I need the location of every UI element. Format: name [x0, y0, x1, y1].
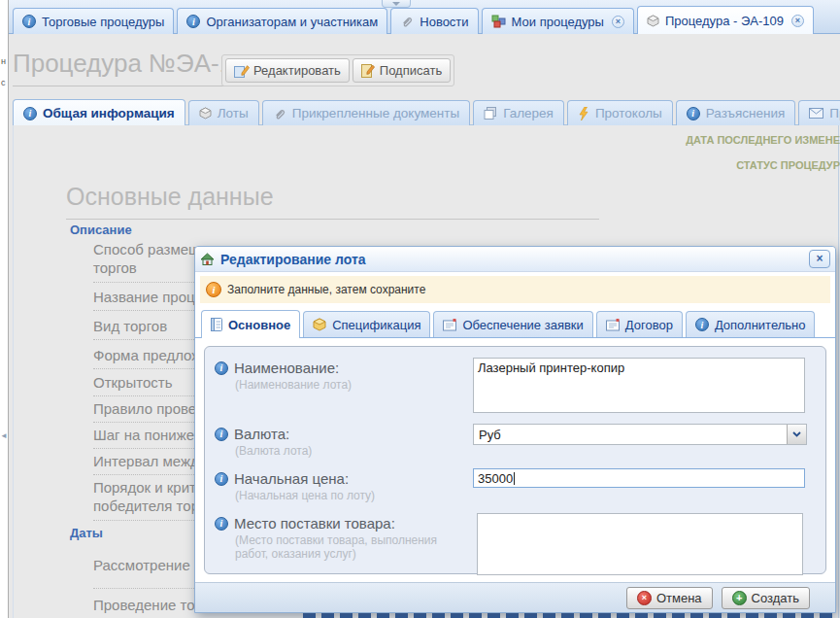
price-input[interactable]: 35000	[473, 468, 805, 488]
orange-info-icon: i	[206, 282, 221, 297]
gold-box-icon	[313, 318, 326, 331]
cube-icon	[647, 15, 659, 27]
form-row-price: i Начальная цена: (Начальная цена по лот…	[215, 468, 816, 502]
tab-additional[interactable]: i Дополнительно	[686, 311, 816, 337]
group-title-dates: Даты	[70, 526, 103, 540]
info-icon: i	[215, 517, 228, 531]
info-icon: i	[23, 107, 37, 120]
dialog-header[interactable]: Редактирование лота ×	[195, 247, 835, 272]
tab-label: Галерея	[503, 106, 554, 120]
status-label: СТАТУС ПРОЦЕДУР	[736, 159, 840, 171]
name-textarea[interactable]: Лазерный принтер-копир	[473, 358, 805, 413]
tab-invitations[interactable]: Пригла	[798, 100, 840, 125]
app-window: н с ◄ i Торговые процедуры i Организатор…	[0, 0, 840, 618]
chevron-down-icon	[392, 2, 400, 6]
form-icon	[443, 319, 456, 331]
obscured-text-strip	[303, 613, 835, 618]
tab-attached-documents[interactable]: Прикрепленные документы	[262, 100, 470, 125]
cancel-button[interactable]: × Отмена	[626, 587, 713, 609]
place-label: Место поставки товара:	[234, 515, 395, 532]
section-title: Основные данные	[66, 183, 599, 220]
info-icon: i	[215, 428, 228, 441]
collapsed-left-panel[interactable]: н с ◄	[0, 0, 9, 618]
tab-trade-procedures[interactable]: i Торговые процедуры	[13, 8, 174, 34]
form-row-currency: i Валюта: (Валюта лота) Руб	[215, 424, 816, 458]
document-icon	[211, 318, 222, 331]
sign-button[interactable]: Подписать	[353, 58, 451, 83]
place-textarea[interactable]	[477, 513, 803, 575]
sign-icon	[361, 64, 376, 78]
tab-main[interactable]: Основное	[201, 310, 300, 338]
paperclip-icon	[400, 15, 414, 28]
top-tabbar: i Торговые процедуры i Организаторам и у…	[9, 0, 840, 34]
paperclip-icon	[273, 107, 286, 120]
price-hint: (Начальная цена по лоту)	[235, 489, 473, 502]
info-icon: i	[215, 361, 228, 375]
place-hint: (Место поставки товара, выполнения работ…	[235, 533, 473, 561]
collapse-arrow-icon[interactable]: ◄	[0, 431, 8, 440]
currency-label: Валюта:	[234, 426, 289, 442]
lot-form: i Наименование: (Наименование лота) Лазе…	[204, 346, 826, 574]
tab-general-info[interactable]: i Общая информация	[13, 99, 185, 125]
close-dialog-button[interactable]: ×	[809, 250, 830, 268]
create-button[interactable]: + Создать	[722, 587, 810, 609]
dialog-body: i Наименование: (Наименование лота) Лазе…	[195, 338, 835, 582]
info-message: Заполните данные, затем сохраните	[227, 283, 425, 296]
select-dropdown-button[interactable]	[787, 425, 806, 444]
price-value: 35000	[478, 471, 513, 486]
tab-organizers[interactable]: i Организаторам и участникам	[177, 8, 387, 34]
tab-bid-security[interactable]: Обеспечение заявки	[433, 311, 592, 337]
info-banner: i Заполните данные, затем сохраните	[200, 276, 830, 303]
tab-label: Прикрепленные документы	[292, 106, 459, 120]
panel-collapse-handle[interactable]	[382, 0, 411, 8]
tab-label: Дополнительно	[715, 318, 806, 332]
procedure-toolbar: Редактировать Подписать	[221, 54, 454, 86]
tab-lots[interactable]: Лоты	[188, 100, 259, 125]
field-label-block: i Место поставки товара: (Место поставки…	[215, 513, 473, 575]
lightning-icon	[578, 107, 589, 120]
create-icon: +	[732, 591, 747, 605]
form-icon	[606, 319, 620, 331]
tab-news[interactable]: Новости	[390, 8, 478, 34]
tab-label: Спецификация	[332, 318, 420, 332]
dialog-footer: × Отмена + Создать	[195, 582, 835, 612]
info-icon: i	[186, 15, 200, 28]
tab-label: Процедура - ЭА-109	[665, 14, 784, 28]
field-label-block: i Наименование: (Наименование лота)	[215, 358, 473, 413]
tab-specification[interactable]: Спецификация	[303, 311, 430, 337]
cancel-icon: ×	[637, 591, 652, 605]
close-tab-button[interactable]: ×	[612, 16, 624, 28]
tab-procedure-ea109[interactable]: Процедура - ЭА-109 ×	[637, 6, 814, 34]
info-icon: i	[695, 318, 709, 331]
cubes-icon	[491, 15, 506, 28]
name-label: Наименование:	[234, 360, 339, 376]
currency-select[interactable]: Руб	[473, 424, 807, 445]
strip-char: н	[1, 56, 6, 66]
dialog-tabs: Основное Спецификация Обеспечение заявки…	[195, 305, 835, 338]
tab-clarifications[interactable]: i Разъяснения	[676, 100, 796, 125]
tab-my-procedures[interactable]: Мои процедуры ×	[482, 8, 634, 34]
name-hint: (Наименование лота)	[235, 378, 473, 392]
info-icon: i	[687, 107, 700, 120]
browser-tabs: i Торговые процедуры i Организаторам и у…	[13, 6, 814, 34]
button-label: Подписать	[380, 63, 442, 78]
price-label: Начальная цена:	[234, 470, 349, 487]
field-label-block: i Валюта: (Валюта лота)	[215, 424, 473, 458]
info-icon: i	[22, 15, 36, 28]
tab-protocols[interactable]: Протоколы	[567, 100, 673, 125]
cube-icon	[199, 107, 212, 120]
group-title-description: Описание	[70, 223, 132, 237]
tab-label: Протоколы	[595, 106, 662, 120]
currency-hint: (Валюта лота)	[235, 444, 473, 458]
dialog-title: Редактирование лота	[220, 252, 803, 267]
last-modified-label: ДАТА ПОСЛЕДНЕГО ИЗМЕНЕ	[686, 134, 840, 146]
edit-button[interactable]: Редактировать	[225, 58, 350, 83]
tab-label: Лоты	[218, 106, 249, 120]
tab-label: Торговые процедуры	[42, 15, 164, 29]
tab-contract[interactable]: Договор	[596, 311, 683, 337]
tab-gallery[interactable]: Галерея	[473, 100, 564, 125]
edit-lot-dialog: Редактирование лота × i Заполните данные…	[194, 246, 836, 613]
close-tab-button[interactable]: ×	[791, 15, 804, 27]
tab-label: Пригла	[829, 106, 840, 120]
button-label: Создать	[752, 591, 799, 605]
